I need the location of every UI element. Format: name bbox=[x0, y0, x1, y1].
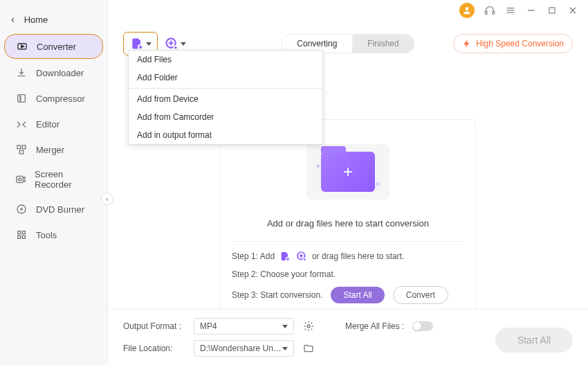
chevron-down-icon bbox=[146, 42, 151, 46]
add-folder-icon bbox=[164, 37, 179, 51]
start-all-button[interactable]: Start All bbox=[331, 287, 384, 303]
sidebar-item-compressor[interactable]: Compressor bbox=[4, 87, 103, 110]
svg-point-0 bbox=[466, 7, 469, 10]
svg-point-19 bbox=[21, 208, 23, 211]
chevron-down-icon bbox=[181, 42, 186, 46]
svg-point-18 bbox=[17, 205, 26, 213]
sidebar-item-merger[interactable]: Merger bbox=[4, 138, 103, 161]
chevron-left-icon: ‹ bbox=[11, 14, 15, 25]
converter-icon bbox=[16, 40, 28, 53]
svg-rect-2 bbox=[493, 11, 495, 14]
svg-rect-21 bbox=[22, 231, 25, 234]
compress-icon bbox=[15, 92, 28, 105]
svg-rect-23 bbox=[22, 235, 25, 238]
svg-rect-16 bbox=[17, 176, 23, 182]
add-file-dropdown: Add Files Add Folder Add from Device Add… bbox=[128, 50, 323, 145]
file-location-select[interactable]: D:\Wondershare UniConverter 1 bbox=[194, 340, 294, 357]
start-all-main-button[interactable]: Start All bbox=[495, 328, 573, 353]
disc-icon bbox=[15, 203, 28, 215]
headset-icon[interactable] bbox=[484, 5, 495, 16]
dropdown-add-from-camcorder[interactable]: Add from Camcorder bbox=[129, 108, 322, 126]
output-format-select[interactable]: MP4 bbox=[194, 318, 294, 335]
step-3: Step 3: Start conversion. Start All Conv… bbox=[232, 286, 464, 304]
settings-icon[interactable] bbox=[302, 320, 315, 332]
dropdown-add-folder[interactable]: Add Folder bbox=[129, 69, 322, 87]
chevron-down-icon bbox=[282, 325, 288, 328]
file-location-label: File Location: bbox=[123, 344, 185, 353]
svg-rect-7 bbox=[549, 8, 555, 13]
dropdown-add-from-device[interactable]: Add from Device bbox=[129, 90, 322, 108]
svg-rect-20 bbox=[18, 231, 21, 234]
sidebar: ‹ Home Converter Downloader Compressor E… bbox=[0, 0, 108, 365]
sidebar-item-label: Converter bbox=[37, 42, 76, 52]
dropdown-add-in-output-format[interactable]: Add in output format bbox=[129, 126, 322, 144]
folder-icon: + bbox=[321, 152, 375, 192]
add-file-icon bbox=[129, 37, 145, 51]
svg-rect-22 bbox=[18, 235, 21, 238]
svg-rect-15 bbox=[19, 150, 23, 154]
minimize-icon[interactable] bbox=[526, 5, 537, 16]
svg-marker-11 bbox=[21, 45, 24, 48]
output-format-label: Output Format : bbox=[123, 321, 185, 331]
menu-icon[interactable] bbox=[505, 5, 516, 16]
tools-icon bbox=[15, 229, 28, 241]
home-label: Home bbox=[24, 15, 48, 25]
sidebar-item-label: Tools bbox=[36, 230, 57, 240]
merger-icon bbox=[15, 143, 28, 156]
high-speed-conversion-button[interactable]: High Speed Conversion bbox=[453, 34, 573, 53]
sidebar-item-dvd-burner[interactable]: DVD Burner bbox=[4, 197, 103, 221]
step-2: Step 2: Choose your format. bbox=[232, 269, 464, 279]
sidebar-item-downloader[interactable]: Downloader bbox=[4, 61, 103, 84]
sidebar-item-tools[interactable]: Tools bbox=[4, 223, 103, 247]
sidebar-item-label: Editor bbox=[36, 119, 59, 130]
user-avatar-icon[interactable] bbox=[459, 3, 475, 18]
high-speed-label: High Speed Conversion bbox=[476, 39, 564, 48]
sidebar-item-label: Downloader bbox=[36, 68, 84, 78]
add-folder-icon[interactable] bbox=[295, 250, 308, 262]
dropdown-separator bbox=[129, 88, 322, 89]
dropzone[interactable]: ✦ + ✦ Add or drag files here to start co… bbox=[220, 119, 476, 326]
sidebar-item-editor[interactable]: Editor bbox=[4, 112, 103, 136]
sidebar-item-label: Merger bbox=[36, 145, 64, 155]
maximize-icon[interactable] bbox=[546, 5, 558, 16]
svg-rect-1 bbox=[485, 11, 487, 14]
lightning-icon bbox=[462, 39, 472, 48]
svg-rect-13 bbox=[17, 145, 21, 149]
dropdown-add-files[interactable]: Add Files bbox=[129, 51, 322, 69]
sidebar-item-converter[interactable]: Converter bbox=[4, 34, 103, 59]
merge-toggle[interactable] bbox=[412, 321, 433, 331]
chevron-down-icon bbox=[282, 347, 288, 350]
title-bar bbox=[450, 0, 588, 21]
dropzone-illustration: ✦ + ✦ bbox=[232, 134, 464, 210]
add-file-icon[interactable] bbox=[279, 250, 291, 262]
svg-rect-14 bbox=[22, 145, 26, 149]
dropzone-text: Add or drag files here to start conversi… bbox=[232, 218, 464, 229]
home-link[interactable]: ‹ Home bbox=[0, 7, 107, 32]
tab-finished[interactable]: Finished bbox=[352, 35, 414, 53]
svg-point-17 bbox=[19, 178, 21, 181]
step-1: Step 1: Add or drag files here to start. bbox=[232, 250, 464, 262]
bottom-bar: Output Format : MP4 Merge All Files : Fi… bbox=[108, 309, 588, 365]
close-icon[interactable] bbox=[567, 5, 578, 16]
sidebar-item-label: DVD Burner bbox=[36, 204, 84, 215]
editor-icon bbox=[15, 118, 28, 130]
sidebar-item-label: Compressor bbox=[36, 94, 85, 104]
download-icon bbox=[15, 66, 28, 79]
sidebar-item-label: Screen Recorder bbox=[35, 169, 92, 190]
svg-point-30 bbox=[307, 325, 310, 328]
recorder-icon bbox=[15, 173, 26, 186]
open-folder-icon[interactable] bbox=[302, 342, 315, 355]
convert-button[interactable]: Convert bbox=[393, 286, 448, 304]
sidebar-item-screen-recorder[interactable]: Screen Recorder bbox=[4, 163, 103, 195]
merge-label: Merge All Files : bbox=[345, 321, 404, 331]
